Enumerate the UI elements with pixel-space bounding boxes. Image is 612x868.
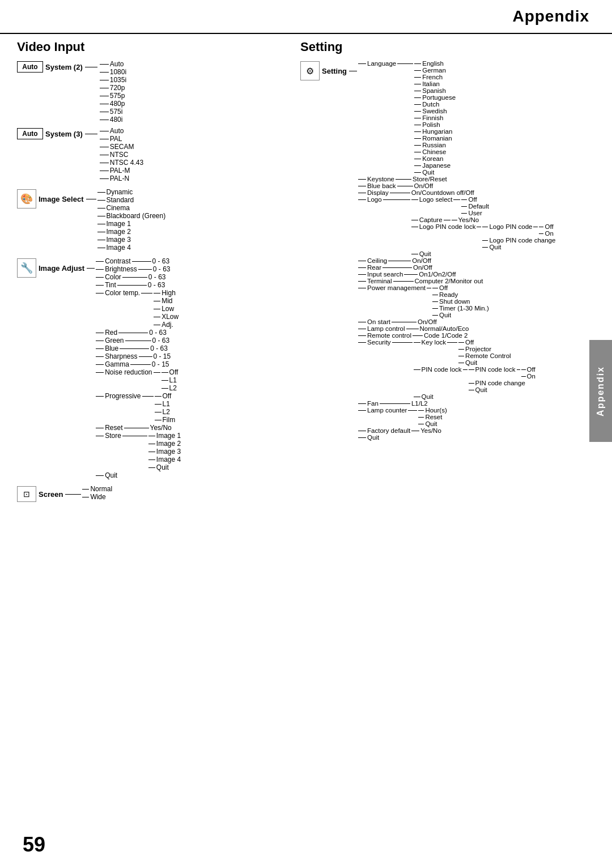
setting-label: Setting: [322, 67, 347, 75]
sys2-opt-auto: Auto: [110, 60, 124, 68]
screen-label: Screen: [39, 490, 63, 499]
sharpness-label: Sharpness: [105, 352, 137, 360]
sidebar-tab-label: Appendix: [596, 366, 606, 416]
image-select-row: 🎨 Image Select Dynamic Standard Cinema B…: [17, 188, 295, 252]
system3-button: Auto: [17, 128, 43, 139]
system2-row: Auto System (2) Auto 1080i 1035i 720p 57…: [17, 60, 295, 124]
page-header: Appendix: [0, 0, 612, 34]
system3-row: Auto System (3) Auto PAL SECAM NTSC NTSC…: [17, 127, 295, 182]
system2-button: Auto: [17, 61, 43, 73]
system3-label: System (3): [45, 130, 83, 138]
appendix-sidebar-tab: Appendix: [589, 340, 612, 442]
setting-main: ⚙ Setting Language English German F: [300, 60, 584, 441]
image-adjust-row: 🔧 Image Adjust Contrast 0 - 63 Brightnes…: [17, 257, 295, 479]
image-adjust-label: Image Adjust: [39, 264, 84, 273]
video-input-section: Video Input Auto System (2) Auto 1080i 1…: [17, 40, 295, 834]
image-adjust-icon: 🔧: [17, 258, 36, 278]
setting-icon: ⚙: [300, 61, 320, 80]
system2-label: System (2): [45, 63, 83, 71]
page-number: 59: [23, 833, 45, 857]
screen-row: ⊡ Screen Normal Wide: [17, 485, 295, 502]
chinese-option: Chinese: [422, 148, 446, 155]
image-select-icon: 🎨: [17, 189, 36, 209]
setting-title: Setting: [300, 40, 584, 54]
setting-section: Setting ⚙ Setting Language Engl: [300, 40, 584, 834]
screen-icon: ⊡: [17, 486, 36, 502]
header-title: Appendix: [512, 7, 589, 25]
video-input-title: Video Input: [17, 40, 295, 54]
image-select-label: Image Select: [39, 195, 84, 203]
